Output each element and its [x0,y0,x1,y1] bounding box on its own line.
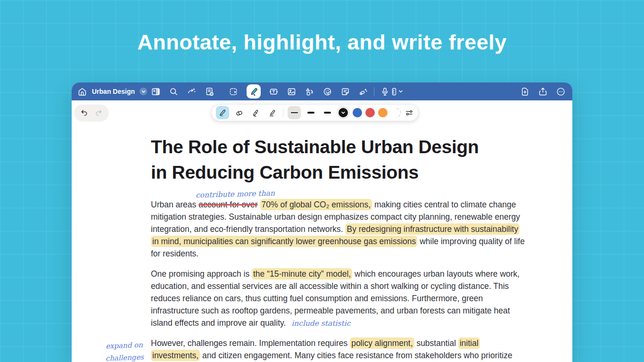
more-icon[interactable] [556,87,566,97]
paragraph-2: One promising approach is the “15-minute… [151,268,526,329]
paragraph-3-text: However, challenges remain. Implementati… [151,337,512,361]
app-window: Urban Design [72,82,572,362]
text-segment-strike: account for over [198,200,257,209]
text-segment-plain [258,200,260,209]
sidebar-icon[interactable] [151,87,161,97]
share-icon[interactable] [538,87,548,97]
lasso-icon[interactable] [229,87,239,97]
stroke-thin-option[interactable] [288,106,301,119]
fountain-pen-option[interactable] [249,106,262,119]
search-icon[interactable] [169,87,179,97]
navbar-tools [151,82,403,100]
navbar-right [520,82,566,100]
paragraph-1: contribute more than Urban areas account… [151,198,526,260]
partial-color-icon[interactable] [392,108,401,117]
page-template-icon[interactable] [205,87,215,97]
stroke-thick-option[interactable] [321,106,334,119]
text-segment-plain: and citizen engagement. Many cities face… [200,351,512,360]
pen-option[interactable] [216,106,229,119]
handwritten-annotation-contribute: contribute more than [196,187,275,201]
document-title-line2: in Reducing Carbon Emissions [151,160,528,185]
laser-pointer-icon[interactable] [358,87,368,97]
note-tool-icon[interactable] [340,87,350,97]
highlighter-option[interactable] [265,106,279,119]
text-segment-plain: Urban areas [151,200,198,209]
chevron-down-icon [341,110,346,115]
history-pill [74,105,108,121]
ruler-icon [391,87,397,97]
eraser-option[interactable] [232,106,246,119]
document-title: The Role of Sustainable Urban Design in … [151,134,528,185]
paragraph-2-text: One promising approach is the “15-minute… [151,269,520,328]
undo-button[interactable] [80,108,89,117]
text-segment-highlight: 70% of global CO₂ emissions, [260,199,372,210]
color-blue-swatch[interactable] [353,108,362,117]
text-segment-plain: However, challenges remain. Implementati… [151,338,350,348]
sticker-tool-icon[interactable] [322,87,332,97]
text-segment-annotation: include statistic [286,319,350,328]
margin-note-line2: challenges [101,351,149,362]
toolbar-divider [283,108,283,117]
home-icon[interactable] [77,87,87,97]
notebook-title-dropdown[interactable] [140,88,147,95]
stroke-settings-icon[interactable] [405,108,414,117]
paragraph-1-text: Urban areas account for over 70% of glob… [151,199,525,258]
notebook-title[interactable]: Urban Design [92,88,135,95]
navbar-left: Urban Design [77,82,162,100]
redo-button[interactable] [94,108,103,117]
stroke-medium-option[interactable] [304,106,317,119]
text-segment-plain: substantial [414,338,458,348]
text-segment-highlight: the “15-minute city” model, [252,268,352,280]
margin-note-line1: expand on [100,338,148,352]
ai-sparkle-icon[interactable] [187,87,197,97]
microphone-icon [380,87,390,97]
color-black-selected[interactable] [337,107,349,119]
document-title-line1: The Role of Sustainable Urban Design [151,134,528,160]
paragraph-3: However, challenges remain. Implementati… [151,337,526,362]
image-tool-icon[interactable] [287,87,297,97]
pen-icon [249,87,259,97]
pen-options-toolbar [211,104,419,121]
audio-tools-button[interactable] [380,87,403,97]
add-page-icon[interactable] [520,87,530,97]
text-segment-highlight: policy alignment, [350,337,414,349]
handwritten-margin-note: expand on challenges [100,338,149,362]
color-red-swatch[interactable] [365,108,375,117]
color-orange-swatch[interactable] [378,108,388,117]
text-tool-icon[interactable] [269,87,279,97]
hero-title: Annotate, highlight, and write freely [0,30,644,55]
navbar: Urban Design [72,82,572,100]
shapes-tool-icon[interactable] [305,87,314,97]
chevron-down-icon [398,89,403,94]
text-segment-plain: One promising approach is [151,269,252,279]
pen-tool-active[interactable] [247,84,261,99]
chevron-down-icon [141,90,146,94]
